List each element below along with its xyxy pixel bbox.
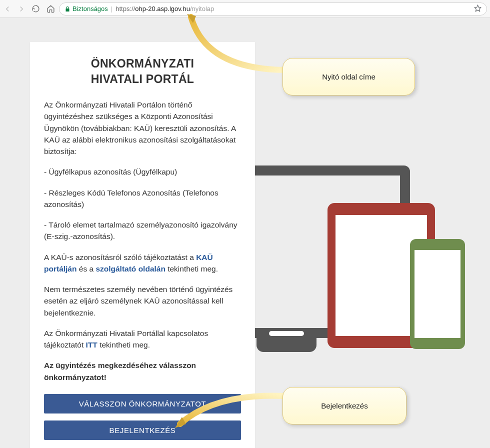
bold-prompt: Az ügyintézés megkezdéséhez válasszon ön… xyxy=(44,360,241,383)
callout-bottom: Bejelentkezés xyxy=(282,387,406,424)
kau-info-paragraph: A KAÜ-s azonosításról szóló tájékoztatás… xyxy=(44,252,241,275)
itt-link[interactable]: ITT xyxy=(86,340,98,349)
callout-top: Nyitó oldal címe xyxy=(282,58,415,96)
title-line1: ÖNKORMÁNYZATI xyxy=(91,57,194,70)
intro-paragraph: Az Önkormányzati Hivatali Portálon törté… xyxy=(44,99,241,157)
bullet-eszig: - Tároló elemet tartalmazó személyazonos… xyxy=(44,219,241,242)
svg-marker-0 xyxy=(474,5,481,12)
kau-mid: és a xyxy=(76,264,96,273)
bullet-telefonos: - Részleges Kódú Telefonos Azonosítás (T… xyxy=(44,187,241,210)
kau-post: tekintheti meg. xyxy=(166,264,218,273)
url-host: ohp-20.asp.lgov.hu xyxy=(135,5,190,12)
forward-icon[interactable] xyxy=(17,4,26,14)
kau-pre: A KAÜ-s azonosításról szóló tájékoztatás… xyxy=(44,253,196,262)
callout-top-text: Nyitó oldal címe xyxy=(322,72,376,81)
phone-graphic xyxy=(410,239,465,349)
reload-icon[interactable] xyxy=(31,4,40,14)
page-background: Nyitó oldal címe Bejelentkezés ÖNKORMÁNY… xyxy=(0,18,490,448)
page-title: ÖNKORMÁNYZATI HIVATALI PORTÁL xyxy=(44,56,241,87)
url-display: https://ohp-20.asp.lgov.hu/nyitolap xyxy=(116,5,214,12)
callout-bottom-text: Bejelentkezés xyxy=(321,402,368,410)
url-path: /nyitolap xyxy=(190,5,214,12)
back-icon[interactable] xyxy=(3,4,12,14)
url-separator: | xyxy=(111,5,112,12)
bullet-ugyfelkapu: - Ügyfélkapus azonosítás (Ügyfélkapu) xyxy=(44,166,241,178)
login-button[interactable]: BEJELENTKEZÉS xyxy=(44,420,241,440)
bookmark-star-icon[interactable] xyxy=(474,4,482,14)
provider-link[interactable]: szolgáltató oldalán xyxy=(96,264,166,273)
lock-icon xyxy=(64,6,70,12)
address-bar[interactable]: Biztonságos | https://ohp-20.asp.lgov.hu… xyxy=(59,2,487,16)
nav-icon-group xyxy=(3,4,55,14)
content-card: ÖNKORMÁNYZATI HIVATALI PORTÁL Az Önkormá… xyxy=(30,42,255,448)
secure-label: Biztonságos xyxy=(72,5,108,12)
url-scheme: https:// xyxy=(116,5,135,12)
tablet-graphic xyxy=(328,203,435,348)
itt-post: tekintheti meg. xyxy=(98,340,150,349)
non-natural-person-paragraph: Nem természetes személy nevében történő … xyxy=(44,284,241,318)
select-municipality-button[interactable]: VÁLASSZON ÖNKORMÁNYZATOT xyxy=(44,394,241,414)
title-line2: HIVATALI PORTÁL xyxy=(44,72,241,87)
itt-paragraph: Az Önkormányzati Hivatali Portállal kapc… xyxy=(44,328,241,351)
home-icon[interactable] xyxy=(46,4,55,14)
secure-indicator: Biztonságos xyxy=(64,5,108,12)
browser-chrome-bar: Biztonságos | https://ohp-20.asp.lgov.hu… xyxy=(0,0,490,18)
